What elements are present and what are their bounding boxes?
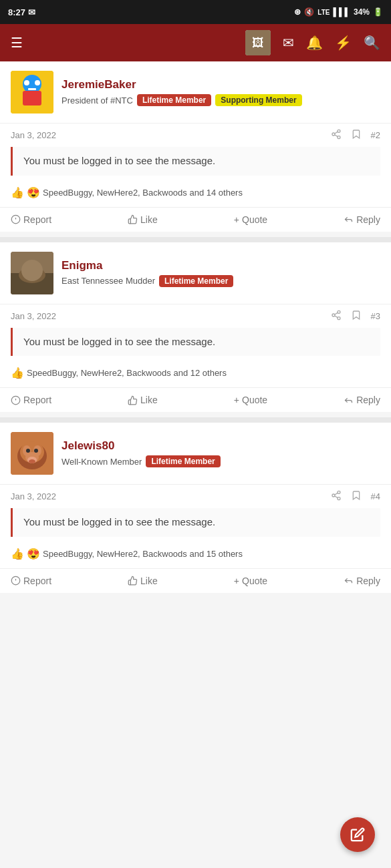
svg-line-12 [334,132,338,134]
post-card: JeremieBaker President of #NTC Lifetime … [0,61,391,232]
svg-point-10 [338,136,340,139]
user-avatar-nav[interactable]: 🖼 [245,30,271,55]
user-title: Well-Known Member [61,457,142,467]
lightning-nav-icon[interactable]: ⚡ [335,35,352,51]
post-number: #4 [371,491,380,501]
status-icons: ⊛ 🔇 LTE ▌▌▌ 34% 🔋 [294,7,383,17]
user-header: Jelewis80 Well-Known Member Lifetime Mem… [0,423,391,484]
bell-nav-icon[interactable]: 🔔 [306,35,323,51]
svg-point-19 [21,260,43,281]
mail-icon: ✉ [28,7,35,17]
post-meta: Jan 3, 2022 #4 [0,484,391,508]
reaction-text: SpeedBuggy, NewHere2, Backwoods and 15 o… [43,549,243,559]
svg-line-42 [334,493,338,495]
svg-point-37 [29,459,35,463]
svg-point-35 [26,449,30,453]
status-bar: 8:27 ✉ ⊛ 🔇 LTE ▌▌▌ 34% 🔋 [0,0,391,24]
reply-button[interactable]: Reply [344,576,380,586]
compose-fab-button[interactable] [340,817,375,852]
svg-point-5 [24,80,29,85]
svg-rect-4 [23,91,41,105]
post-meta: Jan 3, 2022 #2 [0,123,391,147]
user-meta: President of #NTC Lifetime Member Suppor… [61,94,302,106]
lifetime-badge: Lifetime Member [137,94,211,106]
action-bar: Report Like + Quote Reply [0,387,391,412]
svg-line-41 [334,496,338,498]
status-time: 8:27 [8,7,25,17]
quote-button[interactable]: + Quote [234,576,267,586]
hamburger-menu-button[interactable]: ☰ [11,35,23,51]
user-title: President of #NTC [61,95,133,105]
lte-icon: LTE [317,9,330,16]
message-content: You must be logged in to see the message… [11,508,380,537]
like-button[interactable]: Like [128,395,158,405]
share-icon[interactable] [331,310,342,322]
username[interactable]: Enigma [61,259,233,272]
post-meta: Jan 3, 2022 #3 [0,304,391,328]
bluetooth-icon: ⊛ [294,7,301,17]
user-info: Enigma East Tennessee Mudder Lifetime Me… [61,259,233,287]
status-time-area: 8:27 ✉ [8,7,35,17]
reactions: 👍 😍 SpeedBuggy, NewHere2, Backwoods and … [0,545,391,568]
username[interactable]: JeremieBaker [61,78,302,91]
user-meta: Well-Known Member Lifetime Member [61,455,221,467]
avatar [11,71,53,114]
svg-line-23 [334,316,338,318]
post-divider [0,417,391,423]
reactions: 👍 SpeedBuggy, NewHere2, Backwoods and 12… [0,364,391,387]
post-date: Jan 3, 2022 [11,311,56,321]
svg-point-22 [338,316,340,319]
post-meta-right: #2 [331,129,380,142]
thumbs-up-emoji: 👍 [11,186,24,199]
love-emoji: 😍 [27,548,40,560]
user-header: JeremieBaker President of #NTC Lifetime … [0,61,391,123]
user-title: East Tennessee Mudder [61,276,155,286]
action-bar: Report Like + Quote Reply [0,568,391,593]
report-button[interactable]: Report [11,576,51,586]
share-icon[interactable] [331,490,342,503]
like-button[interactable]: Like [128,576,158,586]
quote-button[interactable]: + Quote [234,214,267,225]
reply-button[interactable]: Reply [344,214,380,225]
user-info: Jelewis80 Well-Known Member Lifetime Mem… [61,439,221,467]
bookmark-icon[interactable] [351,129,362,142]
action-bar: Report Like + Quote Reply [0,207,391,232]
reaction-text: SpeedBuggy, NewHere2, Backwoods and 14 o… [43,188,243,198]
battery-text: 34% [354,7,370,17]
mute-icon: 🔇 [304,7,314,17]
user-header: Enigma East Tennessee Mudder Lifetime Me… [0,242,391,304]
lifetime-badge: Lifetime Member [159,275,233,287]
post-number: #2 [371,130,380,140]
avatar [11,252,53,294]
signal-icon: ▌▌▌ [333,7,350,17]
post-card: Enigma East Tennessee Mudder Lifetime Me… [0,242,391,413]
post-meta-right: #3 [331,310,380,322]
share-icon[interactable] [331,129,342,142]
user-info: JeremieBaker President of #NTC Lifetime … [61,78,302,106]
user-meta: East Tennessee Mudder Lifetime Member [61,275,233,287]
username[interactable]: Jelewis80 [61,439,221,453]
svg-point-39 [332,494,335,497]
search-nav-icon[interactable]: 🔍 [364,35,380,51]
svg-point-8 [338,130,340,132]
avatar [11,432,53,475]
bookmark-icon[interactable] [351,490,362,503]
nav-right: 🖼 ✉ 🔔 ⚡ 🔍 [245,30,380,55]
reply-button[interactable]: Reply [344,395,380,405]
report-button[interactable]: Report [11,214,51,225]
bookmark-icon[interactable] [351,310,362,322]
supporting-badge: Supporting Member [215,94,301,106]
svg-text:🖼: 🖼 [252,36,264,49]
report-button[interactable]: Report [11,395,51,405]
nav-left: ☰ [11,35,23,51]
svg-point-6 [35,80,40,85]
like-button[interactable]: Like [128,214,158,225]
mail-nav-icon[interactable]: ✉ [283,35,294,51]
post-divider [0,237,391,242]
reaction-text: SpeedBuggy, NewHere2, Backwoods and 12 o… [27,368,227,378]
posts-container: JeremieBaker President of #NTC Lifetime … [0,61,391,593]
quote-button[interactable]: + Quote [234,395,267,405]
svg-point-36 [34,449,38,453]
reactions: 👍 😍 SpeedBuggy, NewHere2, Backwoods and … [0,184,391,207]
message-content: You must be logged in to see the message… [11,328,380,357]
